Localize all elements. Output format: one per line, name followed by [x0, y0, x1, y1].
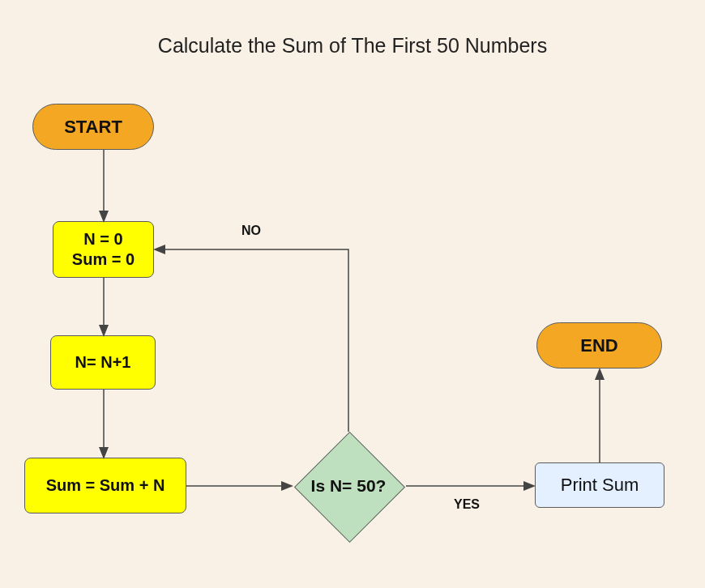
- diagram-title: Calculate the Sum of The First 50 Number…: [0, 34, 705, 58]
- start-label: START: [64, 117, 122, 138]
- accumulate-label: Sum = Sum + N: [46, 475, 165, 496]
- decision-label: Is N= 50?: [280, 425, 417, 547]
- print-label: Print Sum: [561, 475, 639, 496]
- flowchart-canvas: Calculate the Sum of The First 50 Number…: [0, 0, 705, 588]
- increment-node: N= N+1: [50, 335, 156, 390]
- no-label: NO: [241, 224, 261, 238]
- yes-label: YES: [454, 497, 480, 512]
- init-content: N = 0 Sum = 0: [72, 229, 135, 270]
- arrow-no-loop: [156, 249, 348, 432]
- end-node: END: [536, 322, 662, 369]
- increment-label: N= N+1: [75, 352, 131, 373]
- accumulate-node: Sum = Sum + N: [24, 458, 186, 513]
- start-node: START: [32, 104, 154, 150]
- init-line1: N = 0: [83, 230, 122, 248]
- print-node: Print Sum: [535, 462, 664, 508]
- init-node: N = 0 Sum = 0: [53, 221, 154, 278]
- decision-node: Is N= 50?: [280, 425, 417, 547]
- end-label: END: [580, 335, 617, 356]
- init-line2: Sum = 0: [72, 250, 135, 268]
